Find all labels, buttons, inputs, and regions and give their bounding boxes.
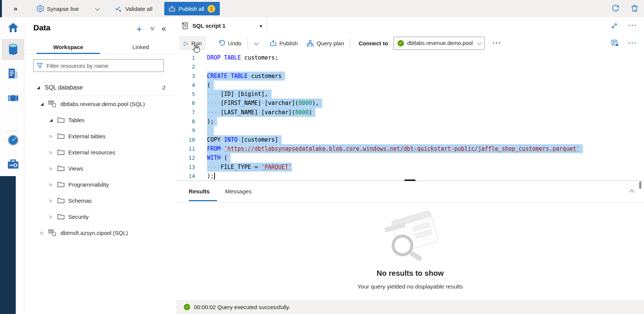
empty-state-subtitle: Your query yielded no displayable result… (176, 283, 644, 290)
collapse-node-icon[interactable]: ◢ (39, 102, 45, 106)
tree-item-sql-database[interactable]: ◢ SQL database 2 (24, 79, 177, 96)
expand-node-icon[interactable]: ▷ (48, 199, 54, 203)
tab-sql-script-1[interactable]: SQL script 1 (176, 17, 267, 34)
refresh-button[interactable] (611, 0, 620, 17)
line-number[interactable]: 8 (176, 117, 195, 126)
add-resource-button[interactable]: + (137, 25, 142, 33)
tree-item-external-resources[interactable]: ▷ External resources (24, 144, 177, 160)
query-plan-button[interactable]: Query plan (302, 36, 348, 50)
synapse-live-dropdown[interactable]: Synapse live (37, 0, 79, 17)
tree-item-schemas[interactable]: ▷ Schemas (24, 193, 177, 209)
expand-node-icon[interactable]: ▷ (48, 182, 54, 187)
chevron-down-icon (254, 40, 258, 45)
tab-messages[interactable]: Messages (225, 181, 252, 202)
collapse-node-icon[interactable]: ◢ (36, 85, 41, 90)
undo-button[interactable]: Undo (214, 36, 246, 50)
validate-all-button[interactable]: Validate all (115, 0, 152, 17)
line-number[interactable]: 14 (176, 172, 195, 181)
code-line[interactable]: 3CREATE·TABLE·customers (176, 72, 644, 81)
tree-item-external-tables[interactable]: ▷ External tables (24, 128, 177, 144)
code-line[interactable]: 12WITH·( (176, 153, 644, 162)
results-tab-bar: Results Messages (176, 181, 644, 203)
pool-name: dbtlabs.revenue.demo.pool (407, 40, 473, 46)
nav-integrate[interactable] (2, 88, 24, 109)
tree-item-pool-2[interactable]: ▷ dbtmsft.azsyn.cipool (SQL) (24, 225, 177, 241)
code-line[interactable]: 9 (176, 126, 644, 135)
toolbar-more-actions-icon[interactable]: ··· (493, 39, 502, 47)
undo-split-chevron[interactable] (249, 36, 262, 50)
tree-item-views[interactable]: ▷ Views (24, 160, 177, 176)
chevron-down-icon (95, 6, 100, 10)
line-number[interactable]: 7 (176, 108, 195, 117)
folder-icon (57, 214, 65, 220)
tab-workspace[interactable]: Workspace (36, 40, 100, 54)
code-line[interactable]: 5····[ID]·[bigint], (176, 90, 644, 99)
no-results-illustration (381, 211, 443, 267)
expand-editor-icon[interactable] (611, 22, 618, 29)
mouse-hand-cursor (192, 44, 200, 53)
publish-button[interactable]: Publish (266, 36, 302, 50)
code-line[interactable]: 13····FILE_TYPE·=·'PARQUET' (176, 163, 644, 172)
tab-results[interactable]: Results (189, 181, 210, 202)
line-number[interactable]: 3 (176, 72, 195, 81)
chevron-up-icon (629, 190, 635, 195)
editor-more-actions-icon[interactable]: ··· (628, 39, 637, 47)
home-icon (7, 22, 19, 33)
synapse-logo-icon (37, 5, 44, 12)
code-line[interactable]: 4( (176, 81, 644, 90)
expand-node-icon[interactable]: ▷ (48, 134, 54, 138)
expand-node-icon[interactable]: ▷ (48, 166, 54, 170)
text-caret (214, 173, 215, 179)
tab-more-actions-icon[interactable]: ··· (628, 22, 637, 30)
mode-dropdown-chevron[interactable] (95, 0, 99, 17)
query-status-bar: ✓ 00:00:02 Query executed successfully. (176, 300, 644, 314)
line-number[interactable]: 12 (176, 153, 195, 162)
tree-item-pool-1[interactable]: ◢ dbtlabs.revenue.demo.pool (SQL) (24, 96, 177, 112)
code-line[interactable]: 8); (176, 117, 644, 126)
line-number[interactable]: 13 (176, 163, 195, 172)
line-number[interactable]: 4 (176, 81, 195, 90)
collapse-node-icon[interactable]: ◢ (48, 118, 54, 123)
nav-manage[interactable] (2, 154, 24, 175)
code-line[interactable]: 6····[FIRST_NAME]·[varchar](8000), (176, 99, 644, 108)
tab-linked[interactable]: Linked (118, 40, 163, 54)
discard-trash-button[interactable] (631, 0, 638, 17)
line-number[interactable]: 5 (176, 90, 195, 99)
line-number[interactable]: 10 (176, 135, 195, 144)
line-number[interactable]: 2 (176, 62, 195, 71)
publish-all-button[interactable]: Publish all 1 (164, 2, 220, 15)
line-number[interactable]: 1 (176, 53, 195, 62)
tree-label: Security (68, 214, 89, 220)
filter-input[interactable] (46, 62, 161, 69)
code-line[interactable]: 1DROP TABLE customers; (176, 53, 644, 62)
nav-monitor[interactable] (2, 130, 24, 151)
line-number[interactable]: 6 (176, 99, 195, 108)
folder-icon (57, 133, 65, 139)
filter-box[interactable] (33, 59, 164, 72)
expand-all-button[interactable] (150, 27, 153, 30)
collapse-results-button[interactable] (630, 188, 634, 195)
code-line[interactable]: 7····[LAST_NAME]·[varchar](8000) (176, 108, 644, 117)
sql-code-editor[interactable]: 1DROP TABLE customers;23CREATE·TABLE·cus… (176, 52, 644, 180)
code-line[interactable]: 10COPY·INTO·[customers] (176, 135, 644, 144)
properties-panel-icon[interactable] (611, 40, 618, 46)
connect-to-pool-select[interactable]: ✓ dbtlabs.revenue.demo.pool (393, 37, 485, 50)
expand-node-icon[interactable]: ▷ (48, 150, 54, 154)
line-number[interactable]: 9 (176, 126, 195, 135)
expand-node-icon[interactable]: ▷ (39, 231, 45, 235)
expand-node-icon[interactable]: ▷ (48, 215, 54, 219)
line-number[interactable]: 11 (176, 144, 195, 153)
nav-develop[interactable] (2, 64, 24, 85)
rail-lower-panel (0, 176, 16, 314)
nav-home[interactable] (2, 17, 24, 38)
success-check-icon: ✓ (184, 304, 190, 310)
tree-item-tables[interactable]: ◢ Tables (24, 112, 177, 128)
folder-icon (57, 198, 65, 203)
tree-item-security[interactable]: ▷ Security (24, 209, 177, 225)
expand-nav-button[interactable]: » (14, 0, 18, 17)
tree-item-programmability[interactable]: ▷ Programmability (24, 176, 177, 193)
code-line[interactable]: 2 (176, 62, 644, 71)
code-line[interactable]: 11FROM·'https://dbtlabsynapsedatalake.bl… (176, 144, 644, 153)
collapse-panel-button[interactable]: « (162, 24, 166, 34)
nav-data[interactable] (2, 39, 24, 60)
